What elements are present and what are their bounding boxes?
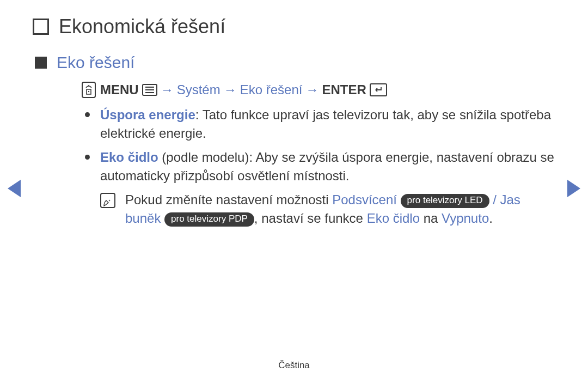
term-backlight: Podsvícení: [332, 192, 397, 207]
chapter-marker-icon: [33, 19, 49, 35]
term-energy-saving: Úspora energie: [100, 107, 195, 122]
note-dot: .: [489, 211, 493, 225]
menu-icon: [142, 84, 157, 96]
chevron-left-icon: [8, 180, 21, 197]
enter-label: ENTER: [322, 82, 366, 97]
note-icon: [100, 193, 115, 208]
note-on: na: [420, 211, 442, 225]
footer-language: Čeština: [0, 360, 588, 371]
list-item: Eko čidlo (podle modelu): Aby se zvýšila…: [82, 148, 555, 185]
section-marker-icon: [35, 57, 47, 69]
note-mid: , nastaví se funkce: [254, 211, 367, 225]
note-pre: Pokud změníte nastavení možnosti: [125, 192, 332, 207]
page-title: Ekonomická řešení: [59, 15, 225, 38]
bullet-list: Úspora energie: Tato funkce upraví jas t…: [82, 106, 555, 185]
enter-icon: [370, 83, 387, 96]
section-heading-row: Eko řešení: [35, 53, 555, 72]
prev-page-button[interactable]: [8, 180, 21, 197]
chevron-right-icon: [567, 180, 580, 197]
remote-button-icon: [82, 82, 96, 98]
menu-path: MENU → Systém → Eko řešení → ENTER: [82, 82, 555, 98]
arrow-icon: →: [305, 82, 318, 97]
section-title: Eko řešení: [57, 53, 134, 72]
badge-pdp: pro televizory PDP: [164, 212, 254, 226]
path-system: Systém: [177, 82, 220, 97]
list-item: Úspora energie: Tato funkce upraví jas t…: [82, 106, 555, 143]
note: Pokud změníte nastavení možnosti Podsvíc…: [100, 191, 555, 228]
badge-led: pro televizory LED: [401, 194, 489, 208]
svg-point-0: [88, 91, 89, 92]
term-eco-sensor: Eko čidlo: [100, 150, 158, 164]
paren-text: (podle modelu): [158, 150, 249, 164]
menu-label: MENU: [100, 82, 139, 97]
term-eco-sensor-ref: Eko čidlo: [367, 211, 420, 225]
arrow-icon: →: [224, 82, 237, 97]
term-off: Vypnuto: [442, 211, 489, 225]
next-page-button[interactable]: [567, 180, 580, 197]
path-eco: Eko řešení: [240, 82, 303, 97]
slash: /: [489, 192, 500, 207]
page-heading-row: Ekonomická řešení: [33, 15, 555, 38]
arrow-icon: →: [161, 82, 174, 97]
